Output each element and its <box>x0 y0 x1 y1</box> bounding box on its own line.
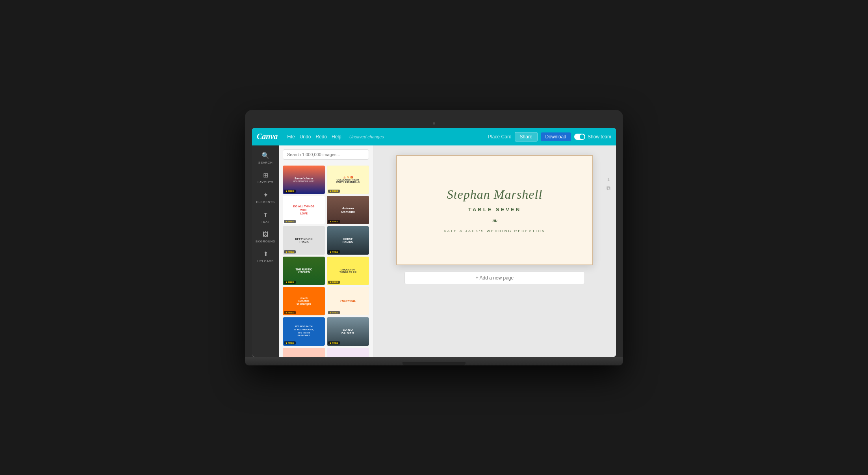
template-card-track[interactable]: KEEPING ONTRACK FREE <box>283 226 325 255</box>
sidebar-item-search[interactable]: 🔍 SEARCH <box>252 149 279 168</box>
free-badge: FREE <box>284 341 296 345</box>
place-card-canvas[interactable]: Stephan Marshell TABLE SEVEN ❧ KATE & JA… <box>396 155 593 265</box>
templates-grid: Sunset chaserGOLDEN HOUR VIBES FREE 🎂 🍹 … <box>279 164 373 357</box>
search-area <box>279 145 373 164</box>
laptop-screen: Canva File Undo Redo Help Unsaved change… <box>252 128 616 357</box>
template-card-inner: HORSERACING FREE <box>327 226 369 255</box>
template-card-health[interactable]: HealthBenefitsof Oranges FREE <box>283 287 325 315</box>
template-card-autumn[interactable]: AutumnMoments FREE <box>327 196 369 224</box>
template-card-unique[interactable]: UNIQUE FUNTHINGS TO DO FREE <box>327 257 369 285</box>
card-divider: ❧ <box>492 217 498 224</box>
show-team-label: Show team <box>588 134 611 140</box>
app-container: Canva File Undo Redo Help Unsaved change… <box>252 128 616 357</box>
template-card-inner: 🦩 50 BridalShowerIdeas We FREE <box>327 348 369 357</box>
sidebar-item-uploads-label: UPLOADS <box>257 259 274 263</box>
template-card-inner: UNIQUE FUNTHINGS TO DO FREE <box>327 257 369 285</box>
laptop-base <box>245 357 623 365</box>
sidebar-item-uploads[interactable]: ⬆ UPLOADS <box>252 247 279 266</box>
document-type: Place Card <box>488 134 511 140</box>
template-card-love[interactable]: DO ALL THINGSWITHLOVE FREE <box>283 196 325 224</box>
share-button[interactable]: Share <box>515 132 538 142</box>
sidebar-item-elements-label: ELEMENTS <box>256 200 274 204</box>
sidebar-item-search-label: SEARCH <box>258 161 273 164</box>
free-badge: FREE <box>284 220 296 223</box>
template-card-inner: HealthBenefitsof Oranges FREE <box>283 287 325 315</box>
template-card-inner: Sunset chaserGOLDEN HOUR VIBES FREE <box>283 166 325 194</box>
copy-icon[interactable]: ⧉ <box>606 185 610 192</box>
camera-area <box>252 117 616 128</box>
card-name: Stephan Marshell <box>447 187 543 202</box>
show-team-toggle[interactable] <box>574 134 585 140</box>
text-icon: T <box>262 211 269 219</box>
template-card-inner: KEEPING ONTRACK FREE <box>283 226 325 255</box>
free-badge: FREE <box>328 250 340 253</box>
sidebar-item-text-label: TEXT <box>261 220 270 224</box>
show-team-button[interactable]: Show team <box>574 134 611 140</box>
template-card-faded-fall[interactable]: Faded Fall FREE <box>283 348 325 357</box>
template-card-faith[interactable]: IT'S NOT FAITHIN TECHNOLOGY,IT'S FAITHIN… <box>283 317 325 346</box>
download-button[interactable]: Download <box>541 132 571 141</box>
template-card-horse[interactable]: HORSERACING FREE <box>327 226 369 255</box>
canvas-area: 1 ⧉ Stephan Marshell TABLE SEVEN ❧ KATE … <box>373 145 616 357</box>
menu-undo[interactable]: Undo <box>300 134 311 140</box>
sidebar-item-text[interactable]: T TEXT <box>252 208 279 227</box>
template-card-inner: 🎂 🍹 🎁GOLDEN BIRTHDAYPARTY ESSENTIALS FRE… <box>327 166 369 194</box>
menu-redo[interactable]: Redo <box>315 134 327 140</box>
template-card-bridal[interactable]: 🦩 50 BridalShowerIdeas We FREE <box>327 348 369 357</box>
topbar: Canva File Undo Redo Help Unsaved change… <box>252 128 616 145</box>
free-badge: FREE <box>328 220 340 223</box>
sidebar-item-layouts[interactable]: ⊞ LAYOUTS <box>252 168 279 187</box>
template-card-inner: SANDDUNES FREE <box>327 317 369 346</box>
camera-dot <box>433 122 435 125</box>
laptop-frame: Canva File Undo Redo Help Unsaved change… <box>245 110 623 365</box>
topbar-menu: File Undo Redo Help <box>287 134 341 140</box>
template-card-inner: DO ALL THINGSWITHLOVE FREE <box>283 196 325 224</box>
free-badge: FREE <box>284 190 296 193</box>
sidebar: 🔍 SEARCH ⊞ LAYOUTS ✦ ELEMENTS T TEXT <box>252 145 279 357</box>
unsaved-status: Unsaved changes <box>349 134 384 139</box>
sidebar-item-layouts-label: LAYOUTS <box>258 181 273 184</box>
template-card-inner: IT'S NOT FAITHIN TECHNOLOGY,IT'S FAITHIN… <box>283 317 325 346</box>
search-icon: 🔍 <box>262 152 269 160</box>
background-icon: 🖼 <box>262 231 269 238</box>
template-card-birthday[interactable]: 🎂 🍹 🎁GOLDEN BIRTHDAYPARTY ESSENTIALS FRE… <box>327 166 369 194</box>
free-badge: FREE <box>328 341 340 345</box>
template-card-sand[interactable]: SANDDUNES FREE <box>327 317 369 346</box>
sidebar-item-background[interactable]: 🖼 BKGROUND <box>252 227 279 246</box>
template-card-rustic[interactable]: THE RUSTICKITCHEN FREE <box>283 257 325 285</box>
topbar-right: Place Card Share Download Show team <box>488 132 611 142</box>
add-page-button[interactable]: + Add a new page <box>404 272 585 284</box>
template-card-tropical[interactable]: TROPICAL FREE <box>327 287 369 315</box>
sidebar-item-background-label: BKGROUND <box>256 240 275 243</box>
layouts-icon: ⊞ <box>262 171 269 179</box>
free-badge: FREE <box>284 311 296 314</box>
template-card-inner: Faded Fall FREE <box>283 348 325 357</box>
main-area: 🔍 SEARCH ⊞ LAYOUTS ✦ ELEMENTS T TEXT <box>252 145 616 357</box>
card-event: KATE & JACK'S WEDDING RECEPTION <box>444 229 546 233</box>
template-panel: Sunset chaserGOLDEN HOUR VIBES FREE 🎂 🍹 … <box>279 145 373 357</box>
uploads-icon: ⬆ <box>262 250 269 258</box>
elements-icon: ✦ <box>262 191 269 199</box>
search-input[interactable] <box>283 149 369 160</box>
free-badge: FREE <box>328 311 340 314</box>
template-card-inner: THE RUSTICKITCHEN FREE <box>283 257 325 285</box>
sidebar-item-elements[interactable]: ✦ ELEMENTS <box>252 188 279 207</box>
free-badge: FREE <box>328 281 340 284</box>
template-card-inner: AutumnMoments FREE <box>327 196 369 224</box>
menu-help[interactable]: Help <box>332 134 341 140</box>
canva-logo: Canva <box>257 132 278 141</box>
template-card-sunset[interactable]: Sunset chaserGOLDEN HOUR VIBES FREE <box>283 166 325 194</box>
menu-file[interactable]: File <box>287 134 295 140</box>
free-badge: FREE <box>284 281 296 284</box>
card-table: TABLE SEVEN <box>468 207 521 212</box>
free-badge: FREE <box>328 190 340 193</box>
template-card-inner: TROPICAL FREE <box>327 287 369 315</box>
free-badge: FREE <box>284 250 296 253</box>
page-number: 1 <box>607 177 610 182</box>
